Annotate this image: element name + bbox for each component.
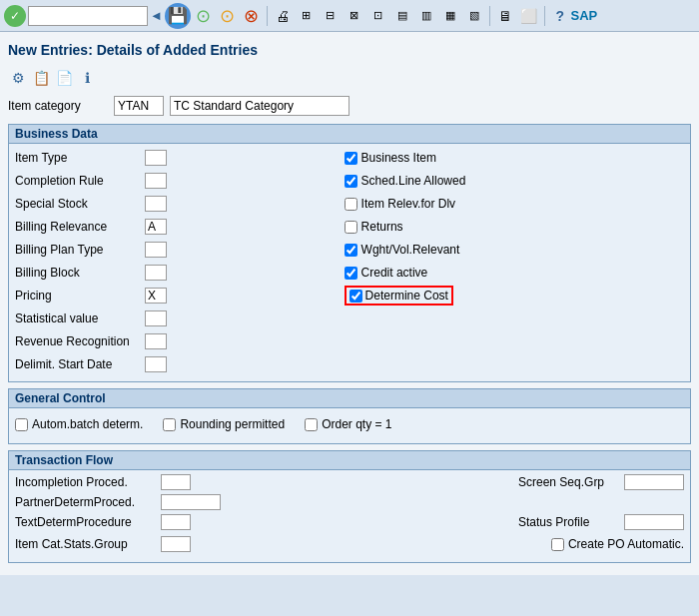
copy-icon[interactable]: 📄 [54,68,74,88]
create-po-checkbox[interactable] [551,538,564,551]
screen-seq-input[interactable] [624,474,684,490]
sched-line-checkbox[interactable] [345,175,357,188]
separator2 [489,6,490,26]
print-icon[interactable]: 🖨 [272,5,294,27]
statistical-value-input[interactable] [145,310,167,326]
item-relev-checkbox[interactable] [345,198,357,211]
special-stock-input[interactable] [145,196,167,212]
pricing-input[interactable] [145,288,167,304]
monitor-icon[interactable]: 🖥 [494,5,516,27]
help-icon[interactable]: ? [549,5,571,27]
autom-batch-checkbox[interactable] [15,418,28,431]
green-check-icon[interactable]: ✓ [4,5,26,27]
business-data-left: Item Type Completion Rule Special Stock … [15,148,337,377]
determine-cost-checkbox[interactable] [350,290,362,303]
table-icon[interactable]: 📋 [31,68,51,88]
item-category-label: Item category [8,99,108,113]
item-category-code[interactable] [114,96,164,116]
business-item-row: Business Item [345,148,692,168]
order-qty-checkbox[interactable] [305,418,318,431]
command-input[interactable] [28,6,148,26]
item-cat-stats-label: Item Cat.Stats.Group [15,537,155,551]
billing-relevance-row: Billing Relevance [15,217,337,237]
rounding-checkbox[interactable] [163,418,176,431]
autom-batch-row: Autom.batch determ. [15,414,143,434]
left-arrow-icon[interactable]: ◄ [150,8,163,23]
monitor2-icon[interactable]: ⬜ [518,5,540,27]
billing-plan-input[interactable] [145,242,167,258]
item-type-row: Item Type [15,148,337,168]
icon4[interactable]: ⊡ [367,5,389,27]
stop-icon[interactable]: ⊗ [241,5,263,27]
item-category-row: Item category [8,96,691,116]
text-determ-label: TextDetermProcedure [15,515,155,529]
business-data-header: Business Data [9,125,690,144]
status-profile-input[interactable] [624,514,684,530]
billing-block-row: Billing Block [15,263,337,283]
sched-line-row: Sched.Line Allowed [345,171,692,191]
revenue-recognition-row: Revenue Recognition [15,331,337,351]
text-determ-input[interactable] [161,514,191,530]
business-data-right: Business Item Sched.Line Allowed Item Re… [345,148,692,377]
completion-rule-input[interactable] [145,173,167,189]
item-type-input[interactable] [145,150,167,166]
partner-determ-label: PartnerDetermProced. [15,495,155,509]
item-cat-stats-row: Item Cat.Stats.Group Create PO Automatic… [15,534,684,554]
back-icon[interactable]: ⊙ [217,5,239,27]
returns-checkbox[interactable] [345,221,357,234]
completion-rule-row: Completion Rule [15,171,337,191]
billing-relevance-label: Billing Relevance [15,220,145,234]
icon5[interactable]: ▤ [391,5,413,27]
credit-active-checkbox[interactable] [345,267,357,280]
returns-row: Returns [345,217,692,237]
statistical-value-row: Statistical value [15,308,337,328]
business-item-checkbox[interactable] [345,152,357,165]
config-icon[interactable]: ⚙ [8,68,28,88]
wght-vol-checkbox[interactable] [345,244,357,257]
item-type-label: Item Type [15,151,145,165]
delimit-start-date-row: Delimit. Start Date [15,354,337,374]
item-cat-stats-input[interactable] [161,536,191,552]
create-po-label: Create PO Automatic. [568,537,684,551]
incompletion-label: Incompletion Proced. [15,475,155,489]
item-category-name[interactable] [170,96,350,116]
secondary-toolbar: ⚙ 📋 📄 ℹ [8,68,691,88]
billing-relevance-input[interactable] [145,219,167,235]
pricing-label: Pricing [15,289,145,303]
general-control-section: General Control Autom.batch determ. Roun… [8,388,691,444]
partner-determ-input[interactable] [161,494,221,510]
rounding-row: Rounding permitted [163,414,285,434]
delimit-start-date-label: Delimit. Start Date [15,357,145,371]
execute-icon[interactable]: ⊙ [193,5,215,27]
special-stock-label: Special Stock [15,197,145,211]
general-control-body: Autom.batch determ. Rounding permitted O… [9,408,690,443]
general-control-header: General Control [9,389,690,408]
icon6[interactable]: ▥ [415,5,437,27]
item-relev-label: Item Relev.for Dlv [361,197,455,211]
status-profile-label: Status Profile [518,515,618,529]
business-item-label: Business Item [361,151,436,165]
billing-block-input[interactable] [145,265,167,281]
transaction-flow-section: Transaction Flow Incompletion Proced. Sc… [8,450,691,563]
icon1[interactable]: ⊞ [296,5,318,27]
icon7[interactable]: ▦ [439,5,461,27]
partner-determ-row: PartnerDetermProced. [15,494,684,510]
nav-arrows: ◄ [150,8,163,23]
business-data-body: Item Type Completion Rule Special Stock … [9,144,690,381]
revenue-recognition-input[interactable] [145,333,167,349]
icon8[interactable]: ▧ [463,5,485,27]
icon2[interactable]: ⊟ [320,5,342,27]
credit-active-label: Credit active [361,266,428,280]
incompletion-input[interactable] [161,474,191,490]
item-relev-row: Item Relev.for Dlv [345,194,692,214]
sap-icon[interactable]: SAP [573,5,595,27]
info-icon[interactable]: ℹ [77,68,97,88]
statistical-value-label: Statistical value [15,311,145,325]
save-button[interactable]: 💾 [165,3,191,29]
credit-active-row: Credit active [345,263,692,283]
revenue-recognition-label: Revenue Recognition [15,334,145,348]
delimit-start-date-input[interactable] [145,356,167,372]
wght-vol-row: Wght/Vol.Relevant [345,240,692,260]
icon3[interactable]: ⊠ [344,5,365,27]
sched-line-label: Sched.Line Allowed [361,174,466,188]
